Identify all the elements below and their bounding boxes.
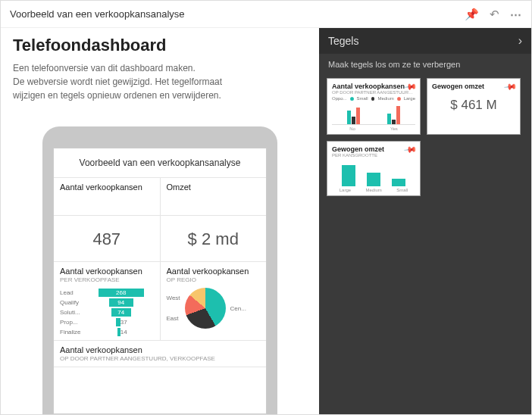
dashboard-title: Voorbeeld van een verkoopkansanalyse xyxy=(10,8,465,20)
phone-frame: Voorbeeld van een verkoopkansanalyse Aan… xyxy=(42,126,277,414)
page-description: Een telefoonversie van dit dashboard mak… xyxy=(13,61,240,102)
tile-revenue-value-cell[interactable]: $ 2 md xyxy=(161,216,267,262)
thumb-tile-weighted[interactable]: 📌 Gewogen omzet $ 461 M xyxy=(427,78,521,135)
tile-stage-title: Aantal verkoopkansen xyxy=(60,267,154,276)
undo-icon[interactable]: ↶ xyxy=(490,8,499,21)
thumb-tile-partner[interactable]: 📌 Aantal verkoopkansen OP DOOR PARTNER A… xyxy=(327,78,421,135)
thumb-sub: OP DOOR PARTNER AANGESTUURD, KA... xyxy=(332,90,415,95)
tile-count[interactable]: Aantal verkoopkansen xyxy=(54,178,161,216)
thumb-column-chart xyxy=(332,159,415,186)
tile-revenue[interactable]: Omzet xyxy=(161,178,267,216)
funnel-chart: Lead268 Qualify94 Soluti...74 Prop...37 … xyxy=(60,283,154,337)
tile-revenue-title: Omzet xyxy=(167,183,261,192)
thumb-sub: PER KANSGROOTTE xyxy=(332,153,415,158)
tile-partner-sub: OP DOOR PARTNER AANGESTUURD, VERKOOPFASE xyxy=(60,355,260,362)
pin-icon[interactable]: 📌 xyxy=(465,8,479,21)
tiles-panel-instruction: Maak tegels los om ze te verbergen xyxy=(319,54,531,78)
tile-stage[interactable]: Aantal verkoopkansen PER VERKOOPFASE Lea… xyxy=(54,262,161,341)
phone-dashboard-title: Voorbeeld van een verkoopkansanalyse xyxy=(54,148,266,178)
page-title: Telefoondashboard xyxy=(13,36,307,55)
pie-label-central: Cen... xyxy=(230,305,246,312)
tiles-panel-title: Tegels xyxy=(328,35,358,47)
tiles-panel-header[interactable]: Tegels › xyxy=(319,28,531,54)
tile-region-sub: OP REGIO xyxy=(167,276,261,283)
thumb-bar-chart xyxy=(332,102,415,125)
tile-region[interactable]: Aantal verkoopkansen OP REGIO West East … xyxy=(161,262,267,341)
tile-region-title: Aantal verkoopkansen xyxy=(167,267,261,276)
thumb-tile-weighted-size[interactable]: 📌 Gewogen omzet PER KANSGROOTTE Large Me… xyxy=(327,141,421,196)
pie-label-east: East xyxy=(167,315,180,322)
pie-label-west: West xyxy=(167,295,180,301)
tile-count-title: Aantal verkoopkansen xyxy=(60,183,154,192)
tile-count-value-cell[interactable]: 487 xyxy=(54,216,161,262)
tile-stage-sub: PER VERKOOPFASE xyxy=(60,276,154,283)
thumb-legend: Oppo... Small Medium Large xyxy=(332,96,415,101)
phone-screen: Voorbeeld van een verkoopkansanalyse Aan… xyxy=(53,148,267,414)
tile-partner[interactable]: Aantal verkoopkansen OP DOOR PARTNER AAN… xyxy=(54,341,266,367)
left-pane: Telefoondashboard Een telefoonversie van… xyxy=(1,28,319,414)
thumb-big-value: $ 461 M xyxy=(432,90,515,119)
titlebar: Voorbeeld van een verkoopkansanalyse 📌 ↶… xyxy=(1,1,531,28)
pie-chart xyxy=(185,288,226,329)
tiles-panel: Tegels › Maak tegels los om ze te verber… xyxy=(319,28,531,414)
tile-count-value: 487 xyxy=(60,220,154,258)
more-icon[interactable]: ⋯ xyxy=(510,8,522,21)
chevron-right-icon[interactable]: › xyxy=(518,34,522,48)
tile-revenue-value: $ 2 md xyxy=(167,220,261,258)
tile-partner-title: Aantal verkoopkansen xyxy=(60,345,260,354)
